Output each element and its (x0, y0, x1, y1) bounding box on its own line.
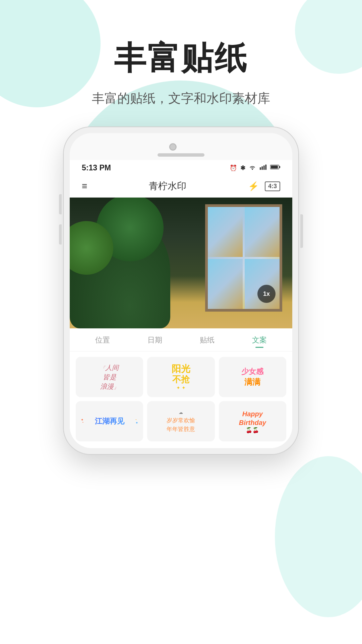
svg-rect-6 (271, 166, 278, 169)
sticker-item-2[interactable]: 阳光 不抢 ✦ ✦ (147, 357, 215, 397)
sticker-grid: 「人间皆是浪漫」 阳光 不抢 ✦ ✦ (70, 352, 292, 448)
tab-bar: 位置 日期 贴纸 文案 (70, 328, 292, 352)
alarm-icon: ⏰ (230, 164, 237, 172)
bluetooth-icon: ✱ (240, 164, 245, 172)
phone-mockup: 5:13 PM ⏰ ✱ (64, 127, 298, 454)
sticker-label-6: HappyBirthday 🍒🍒 (239, 410, 266, 433)
svg-rect-0 (260, 167, 261, 170)
tab-sticker[interactable]: 贴纸 (200, 335, 215, 348)
sticker-item-6[interactable]: HappyBirthday 🍒🍒 (219, 401, 286, 441)
bg-blob-bottom-right (275, 456, 362, 617)
header-actions: ⚡ 4:3 (248, 181, 280, 192)
tab-location[interactable]: 位置 (95, 335, 110, 348)
svg-rect-5 (279, 166, 280, 168)
sticker-label-4: 江湖再见 ✦ ✦ • • (76, 416, 143, 426)
tab-date[interactable]: 日期 (147, 335, 162, 348)
sticker-label-1: 「人间皆是浪漫」 (100, 363, 119, 391)
page-subtitle: 丰富的贴纸，文字和水印素材库 (92, 90, 270, 107)
status-icons: ⏰ ✱ (230, 164, 280, 172)
phone-outer: 5:13 PM ⏰ ✱ (64, 127, 298, 454)
app-header: ≡ 青柠水印 ⚡ 4:3 (70, 175, 292, 198)
sticker-label-3: 少女感 满满 (241, 367, 263, 387)
sticker-item-3[interactable]: 少女感 满满 (219, 357, 286, 397)
status-time: 5:13 PM (82, 163, 111, 172)
signal-icon (259, 164, 267, 172)
battery-icon (270, 164, 280, 172)
window-pane-2 (245, 207, 280, 257)
zoom-badge[interactable]: 1x (257, 285, 276, 303)
sticker-label-5: ☁ 岁岁常欢愉年年皆胜意 (167, 409, 195, 434)
phone-inner: 5:13 PM ⏰ ✱ (70, 133, 292, 448)
svg-rect-3 (265, 165, 266, 170)
window-pane-3 (208, 259, 243, 309)
phone-bezel-top (70, 133, 292, 160)
bottom-panel: 位置 日期 贴纸 文案 (70, 328, 292, 448)
tab-text[interactable]: 文案 (252, 335, 267, 348)
sticker-label-2: 阳光 不抢 ✦ ✦ (172, 363, 190, 391)
flash-icon[interactable]: ⚡ (248, 181, 259, 192)
window-pane-1 (208, 207, 243, 257)
photo-scene: 1x (70, 198, 292, 328)
photo-plant (70, 214, 170, 328)
sticker-item-5[interactable]: ☁ 岁岁常欢愉年年皆胜意 (147, 401, 215, 441)
svg-rect-1 (261, 166, 263, 170)
app-title: 青柠水印 (149, 180, 186, 193)
ratio-button[interactable]: 4:3 (265, 181, 280, 191)
phone-speaker (158, 153, 204, 157)
sticker-item-4[interactable]: 江湖再见 ✦ ✦ • • (76, 401, 143, 441)
menu-icon[interactable]: ≡ (82, 181, 87, 191)
phone-camera (169, 143, 177, 151)
sparkle-icon: ✦ ✦ (176, 385, 186, 390)
sticker-item-1[interactable]: 「人间皆是浪漫」 (76, 357, 143, 397)
svg-rect-2 (263, 165, 265, 170)
page-title: 丰富贴纸 (114, 37, 248, 80)
wifi-icon (249, 164, 256, 172)
status-bar: 5:13 PM ⏰ ✱ (70, 160, 292, 175)
photo-area: 1x (70, 198, 292, 328)
